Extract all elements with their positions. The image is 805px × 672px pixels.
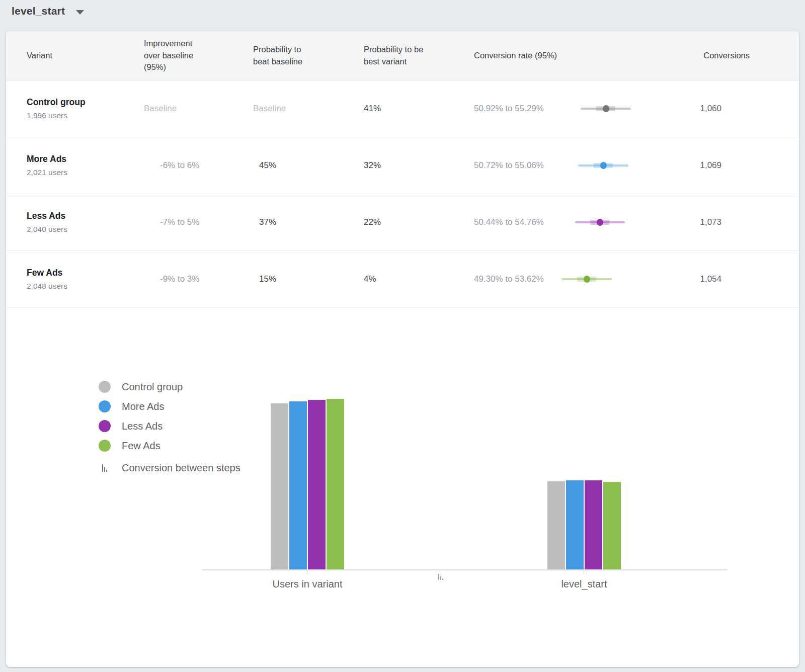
prob-best-value: 22% xyxy=(364,217,474,227)
variant-name: More Ads xyxy=(27,154,144,164)
funnel-bar-chart: Control group More Ads Less Ads Few Ads … xyxy=(6,308,799,664)
prob-best-value: 32% xyxy=(364,160,474,171)
bar-few-ads[interactable] xyxy=(327,399,344,569)
bar-few-ads[interactable] xyxy=(603,482,621,569)
bar-less-ads[interactable] xyxy=(308,400,326,569)
conversion-rate-interval-cell xyxy=(556,217,644,228)
conversion-rate-range: 50.92% to 55.29% xyxy=(474,104,556,114)
table-row-less-ads: Less Ads 2,040 users -7% to 5% 37% 22% 5… xyxy=(6,194,799,251)
legend-item-more-ads: More Ads xyxy=(99,400,240,412)
col-header-prob-best: Probability to be best variant xyxy=(364,44,474,68)
confidence-interval-plot xyxy=(556,103,641,114)
legend-label: Control group xyxy=(122,381,183,393)
conversion-rate-interval-cell xyxy=(556,160,644,171)
legend-label: Conversion between steps xyxy=(122,462,240,474)
prob-beat-value: 37% xyxy=(253,217,364,227)
legend-color-dot xyxy=(99,381,111,393)
col-header-conversion-rate: Conversion rate (95%) xyxy=(474,50,644,62)
x-axis-line xyxy=(202,569,727,570)
conversion-steps-icon xyxy=(99,464,111,472)
legend-item-few-ads: Few Ads xyxy=(99,440,240,452)
conversions-value: 1,069 xyxy=(644,160,750,171)
bar-more-ads[interactable] xyxy=(289,401,307,569)
legend-label: Few Ads xyxy=(122,440,160,452)
improvement-value: -7% to 5% xyxy=(144,217,253,227)
improvement-value: -6% to 6% xyxy=(144,160,253,171)
variant-cell: Less Ads 2,040 users xyxy=(27,211,144,234)
bar-less-ads[interactable] xyxy=(585,480,602,569)
conversions-value: 1,054 xyxy=(644,274,750,284)
dropdown-caret-icon xyxy=(76,10,84,15)
bar-group-users-in-variant xyxy=(271,308,344,569)
topbar: level_start xyxy=(0,0,805,31)
prob-beat-value: 15% xyxy=(253,274,364,284)
improvement-value: Baseline xyxy=(144,104,253,114)
conversion-rate-interval-cell xyxy=(556,274,644,285)
variant-user-count: 2,021 users xyxy=(27,168,144,177)
metric-selector-value: level_start xyxy=(12,5,65,17)
table-row-few-ads: Few Ads 2,048 users -9% to 3% 15% 4% 49.… xyxy=(6,251,799,308)
prob-best-value: 41% xyxy=(364,104,474,114)
variant-user-count: 2,040 users xyxy=(27,225,144,234)
variant-cell: More Ads 2,021 users xyxy=(27,154,144,177)
legend-label: More Ads xyxy=(122,401,164,412)
variant-name: Less Ads xyxy=(27,211,144,221)
axis-label-users-in-variant: Users in variant xyxy=(273,578,343,590)
legend-color-dot xyxy=(99,420,111,432)
variant-cell: Control group 1,996 users xyxy=(27,97,144,120)
col-header-improvement: Improvement over baseline (95%) xyxy=(144,38,253,74)
legend-color-dot xyxy=(99,440,111,452)
confidence-interval-plot xyxy=(556,160,641,171)
variant-user-count: 2,048 users xyxy=(27,282,144,291)
table-header-row: Variant Improvement over baseline (95%) … xyxy=(6,31,799,80)
metric-selector-dropdown[interactable]: level_start xyxy=(12,5,84,17)
legend-item-control-group: Control group xyxy=(99,381,240,393)
variant-name: Control group xyxy=(27,97,144,108)
axis-tick xyxy=(584,570,584,574)
conversion-steps-icon xyxy=(435,573,447,582)
variant-name: Few Ads xyxy=(27,268,144,278)
chart-legend: Control group More Ads Less Ads Few Ads … xyxy=(99,381,240,481)
bar-control-group[interactable] xyxy=(547,481,565,569)
conversions-value: 1,073 xyxy=(644,217,750,227)
legend-item-conversion-steps: Conversion between steps xyxy=(99,462,240,474)
conversion-rate-range: 50.72% to 55.06% xyxy=(474,160,556,171)
improvement-value: -9% to 3% xyxy=(144,274,253,284)
conversion-rate-interval-cell xyxy=(556,103,644,114)
col-header-conversions: Conversions xyxy=(644,50,750,62)
table-row-control-group: Control group 1,996 users Baseline Basel… xyxy=(6,80,799,137)
prob-best-value: 4% xyxy=(364,274,474,284)
bar-group-level-start xyxy=(547,308,621,569)
col-header-prob-beat: Probability to beat baseline xyxy=(253,44,364,68)
prob-beat-value: 45% xyxy=(253,160,364,171)
axis-tick xyxy=(307,570,307,574)
legend-color-dot xyxy=(99,400,111,412)
bar-control-group[interactable] xyxy=(271,403,288,569)
legend-item-less-ads: Less Ads xyxy=(99,420,240,432)
legend-label: Less Ads xyxy=(122,421,163,432)
variant-user-count: 1,996 users xyxy=(27,111,144,120)
table-row-more-ads: More Ads 2,021 users -6% to 6% 45% 32% 5… xyxy=(6,137,799,194)
axis-label-level-start: level_start xyxy=(561,578,607,590)
conversion-rate-range: 50.44% to 54.76% xyxy=(474,217,556,227)
prob-beat-value: Baseline xyxy=(253,104,364,114)
bar-more-ads[interactable] xyxy=(566,480,584,569)
col-header-variant: Variant xyxy=(27,50,144,62)
conversion-rate-range: 49.30% to 53.62% xyxy=(474,274,556,284)
confidence-interval-plot xyxy=(556,274,641,285)
conversions-value: 1,060 xyxy=(644,104,750,114)
results-card: Variant Improvement over baseline (95%) … xyxy=(6,31,799,667)
confidence-interval-plot xyxy=(556,217,641,228)
variant-cell: Few Ads 2,048 users xyxy=(27,268,144,291)
